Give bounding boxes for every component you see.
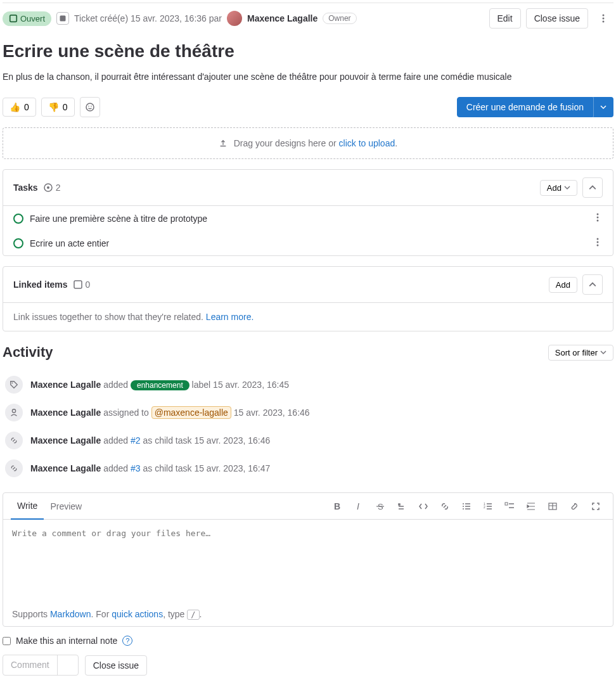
attach-icon bbox=[569, 501, 579, 511]
linked-count-badge: 0 bbox=[73, 279, 91, 290]
task-item[interactable]: Ecrire un acte entier bbox=[3, 231, 613, 255]
status-badge: Ouvert bbox=[3, 11, 51, 26]
svg-rect-0 bbox=[10, 15, 17, 22]
numbered-list-icon: 12 bbox=[483, 501, 493, 511]
status-text: Ouvert bbox=[20, 14, 45, 23]
code-icon bbox=[418, 501, 428, 511]
quote-icon bbox=[397, 501, 407, 511]
task-list: Faire une première scène à titre de prot… bbox=[3, 205, 613, 255]
quote-button[interactable] bbox=[392, 497, 411, 516]
more-actions-button[interactable] bbox=[593, 8, 613, 29]
comment-textarea[interactable] bbox=[12, 529, 604, 592]
design-upload-zone[interactable]: Drag your designs here or click to uploa… bbox=[3, 127, 613, 159]
tasks-title: Tasks bbox=[13, 183, 38, 193]
close-issue-button-bottom[interactable]: Close issue bbox=[85, 655, 147, 676]
svg-point-25 bbox=[463, 508, 464, 510]
bullet-list-button[interactable] bbox=[457, 497, 476, 516]
author-avatar[interactable] bbox=[227, 11, 242, 26]
close-issue-button[interactable]: Close issue bbox=[526, 8, 588, 29]
comment-actions-row: Comment Close issue bbox=[3, 655, 613, 676]
add-reaction-button[interactable] bbox=[80, 97, 100, 117]
tasks-panel: Tasks 2 Add Faire une première scène à t… bbox=[3, 169, 613, 256]
table-icon bbox=[548, 501, 558, 511]
linked-items-body: Link issues together to show that they'r… bbox=[3, 302, 613, 331]
issue-ref[interactable]: #3 bbox=[131, 463, 141, 473]
create-mr-dropdown[interactable] bbox=[593, 97, 613, 117]
table-button[interactable] bbox=[543, 497, 562, 516]
task-count-icon bbox=[43, 183, 53, 193]
internal-note-checkbox[interactable] bbox=[3, 637, 11, 645]
smiley-icon bbox=[85, 102, 95, 112]
collapse-tasks-button[interactable] bbox=[582, 177, 603, 198]
tasks-panel-header: Tasks 2 Add bbox=[3, 170, 613, 205]
issue-ref[interactable]: #2 bbox=[131, 435, 141, 446]
chevron-down-icon bbox=[63, 660, 73, 669]
indent-button[interactable] bbox=[522, 497, 541, 516]
issue-description: En plus de la chanson, il pourrait être … bbox=[3, 72, 613, 82]
svg-text:2: 2 bbox=[484, 505, 485, 509]
add-task-button[interactable]: Add bbox=[540, 180, 577, 196]
internal-note-row: Make this an internal note ? bbox=[3, 636, 613, 646]
issue-icon bbox=[73, 279, 83, 290]
chevron-up-icon bbox=[589, 184, 596, 191]
task-item[interactable]: Faire une première scène à titre de prot… bbox=[3, 206, 613, 231]
comment-button[interactable]: Comment bbox=[3, 655, 58, 675]
task-actions-button[interactable] bbox=[593, 237, 603, 249]
numbered-list-button[interactable]: 12 bbox=[478, 497, 497, 516]
thumbs-down-button[interactable]: 👎 0 bbox=[41, 98, 75, 117]
label-pill[interactable]: enhancement bbox=[131, 380, 189, 390]
thumbs-up-button[interactable]: 👍 0 bbox=[3, 98, 36, 117]
strike-button[interactable]: S bbox=[371, 497, 390, 516]
italic-button[interactable]: I bbox=[349, 497, 368, 516]
upload-link[interactable]: click to upload bbox=[339, 138, 395, 148]
svg-point-13 bbox=[597, 238, 599, 240]
editor-tabs: Write Preview B I S 12 bbox=[3, 493, 613, 520]
svg-point-15 bbox=[597, 245, 599, 247]
preview-tab[interactable]: Preview bbox=[44, 494, 88, 519]
thumbs-up-icon: 👍 bbox=[10, 102, 20, 112]
edit-button[interactable]: Edit bbox=[489, 8, 521, 29]
svg-point-24 bbox=[463, 506, 464, 507]
sort-filter-button[interactable]: Sort or filter bbox=[548, 345, 613, 361]
bold-button[interactable]: B bbox=[328, 497, 347, 516]
svg-rect-28 bbox=[505, 503, 508, 505]
code-button[interactable] bbox=[414, 497, 433, 516]
fullscreen-button[interactable] bbox=[586, 497, 605, 516]
svg-point-2 bbox=[603, 15, 605, 16]
activity-list: Maxence Lagalle added enhancement label … bbox=[3, 371, 613, 482]
issue-title: Ecrire une scène de théâtre bbox=[3, 41, 613, 61]
svg-point-23 bbox=[463, 503, 464, 504]
italic-icon: I bbox=[354, 501, 364, 511]
learn-more-link[interactable]: Learn more. bbox=[206, 312, 253, 322]
kebab-icon bbox=[598, 13, 608, 23]
comment-dropdown[interactable] bbox=[58, 655, 78, 675]
svg-point-6 bbox=[88, 106, 89, 107]
attach-button[interactable] bbox=[565, 497, 584, 516]
add-linked-item-button[interactable]: Add bbox=[549, 277, 577, 293]
checklist-icon bbox=[504, 501, 515, 511]
svg-text:B: B bbox=[334, 501, 340, 511]
reaction-row: 👍 0 👎 0 Créer une demande de fusion bbox=[3, 97, 613, 117]
task-actions-button[interactable] bbox=[593, 212, 603, 224]
svg-point-9 bbox=[47, 186, 49, 189]
collapse-linked-button[interactable] bbox=[582, 274, 603, 295]
task-title: Ecrire un acte entier bbox=[30, 238, 109, 248]
activity-text: Maxence Lagalle added enhancement label … bbox=[30, 380, 289, 390]
user-mention[interactable]: @maxence-lagalle bbox=[151, 406, 231, 419]
quick-actions-link[interactable]: quick actions bbox=[112, 609, 163, 619]
create-mr-button[interactable]: Créer une demande de fusion bbox=[457, 97, 593, 117]
markdown-link[interactable]: Markdown bbox=[50, 609, 91, 619]
help-icon[interactable]: ? bbox=[122, 636, 132, 646]
upload-icon bbox=[219, 139, 228, 148]
link-button[interactable] bbox=[435, 497, 454, 516]
author-name[interactable]: Maxence Lagalle bbox=[247, 13, 318, 23]
task-list-button[interactable] bbox=[500, 497, 519, 516]
svg-rect-16 bbox=[74, 281, 82, 288]
slash-key: / bbox=[187, 610, 199, 620]
write-tab[interactable]: Write bbox=[11, 493, 44, 520]
svg-point-3 bbox=[603, 18, 605, 20]
chevron-up-icon bbox=[589, 281, 596, 288]
editor-footer: Supports Markdown. For quick actions, ty… bbox=[3, 603, 613, 626]
linked-items-header: Linked items 0 Add bbox=[3, 267, 613, 302]
task-status-icon bbox=[13, 214, 23, 224]
